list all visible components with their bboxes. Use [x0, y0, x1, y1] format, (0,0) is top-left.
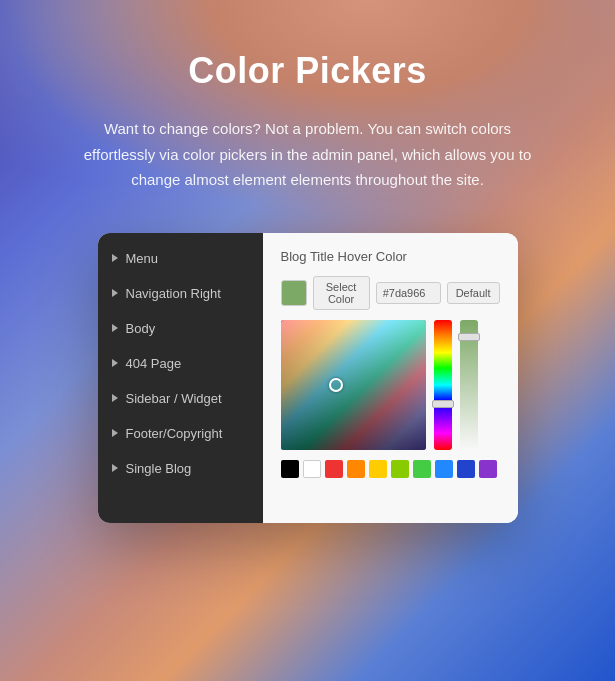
color-swatch-option[interactable] [303, 460, 321, 478]
color-swatch-option[interactable] [391, 460, 409, 478]
chevron-right-icon [112, 359, 118, 367]
picker-cursor [329, 378, 343, 392]
hex-input[interactable] [376, 282, 441, 304]
sidebar-item-label: Footer/Copyright [126, 426, 223, 441]
chevron-right-icon [112, 254, 118, 262]
alpha-slider[interactable] [460, 320, 478, 450]
sidebar-item-single-blog[interactable]: Single Blog [98, 451, 263, 486]
sidebar-item-label: Sidebar / Widget [126, 391, 222, 406]
chevron-right-icon [112, 324, 118, 332]
page-description: Want to change colors? Not a problem. Yo… [68, 116, 548, 193]
main-content: Color Pickers Want to change colors? Not… [0, 0, 615, 553]
ui-demo: MenuNavigation RightBody404 PageSidebar … [98, 233, 518, 523]
color-panel: Blog Title Hover Color Select Color Defa… [263, 233, 518, 523]
sidebar: MenuNavigation RightBody404 PageSidebar … [98, 233, 263, 523]
sidebar-item-footer-copyright[interactable]: Footer/Copyright [98, 416, 263, 451]
panel-title: Blog Title Hover Color [281, 249, 500, 264]
sidebar-item-body[interactable]: Body [98, 311, 263, 346]
sidebar-item-label: Single Blog [126, 461, 192, 476]
sidebar-item-label: Menu [126, 251, 159, 266]
color-swatch-option[interactable] [347, 460, 365, 478]
sidebar-item-label: 404 Page [126, 356, 182, 371]
sidebar-item-sidebar-widget[interactable]: Sidebar / Widget [98, 381, 263, 416]
color-controls: Select Color Default [281, 276, 500, 310]
hue-slider[interactable] [434, 320, 452, 450]
color-gradient[interactable] [281, 320, 426, 450]
color-swatch-option[interactable] [435, 460, 453, 478]
color-swatch-option[interactable] [413, 460, 431, 478]
chevron-right-icon [112, 394, 118, 402]
chevron-right-icon [112, 429, 118, 437]
current-color-swatch [281, 280, 307, 306]
chevron-right-icon [112, 289, 118, 297]
page-title: Color Pickers [188, 50, 427, 92]
sidebar-item-label: Navigation Right [126, 286, 221, 301]
color-swatches [281, 460, 500, 478]
picker-area [281, 320, 500, 450]
sidebar-item-label: Body [126, 321, 156, 336]
color-swatch-option[interactable] [479, 460, 497, 478]
color-swatch-option[interactable] [369, 460, 387, 478]
chevron-right-icon [112, 464, 118, 472]
hue-thumb [432, 400, 454, 408]
color-swatch-option[interactable] [281, 460, 299, 478]
default-button[interactable]: Default [447, 282, 500, 304]
sidebar-item-navigation-right[interactable]: Navigation Right [98, 276, 263, 311]
alpha-thumb [458, 333, 480, 341]
color-swatch-option[interactable] [457, 460, 475, 478]
color-swatch-option[interactable] [325, 460, 343, 478]
sidebar-item-404-page[interactable]: 404 Page [98, 346, 263, 381]
sidebar-item-menu[interactable]: Menu [98, 241, 263, 276]
select-color-button[interactable]: Select Color [313, 276, 370, 310]
